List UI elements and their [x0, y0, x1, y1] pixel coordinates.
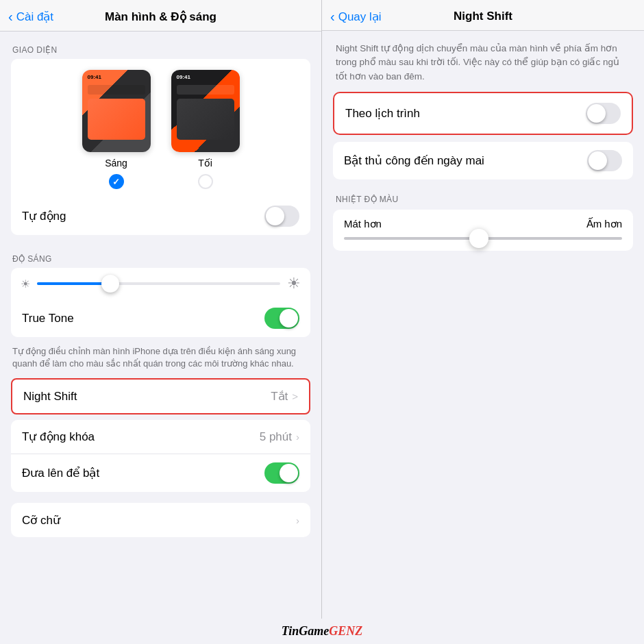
bat-thu-cong-row: Bật thủ công đến ngày mai — [333, 142, 633, 179]
co-chu-chevron-icon: › — [296, 515, 299, 526]
tu-dong-label: Tự động — [22, 209, 264, 223]
temp-label-warm: Ấm hơn — [586, 218, 622, 230]
theme-label-sang: Sáng — [105, 158, 127, 169]
theme-label-toi: Tối — [198, 158, 212, 169]
color-temp-slider[interactable] — [344, 237, 622, 240]
raise-to-wake-knob — [280, 464, 298, 482]
brightness-slider-track[interactable] — [37, 282, 280, 285]
theo-lich-trinh-knob — [587, 104, 606, 123]
theme-preview-sang: 09:41 — [82, 70, 151, 152]
bat-thu-cong-label: Bật thủ công đến ngày mai — [344, 153, 587, 168]
status-bar-toi: 09:41 — [177, 74, 234, 80]
theo-lich-trinh-label: Theo lịch trình — [345, 106, 586, 121]
auto-lock-row[interactable]: Tự động khóa 5 phút › — [11, 420, 310, 454]
right-chevron-icon: ‹ — [330, 9, 335, 25]
theo-lich-trinh-toggle[interactable] — [586, 103, 621, 124]
temp-label-cool: Mát hơn — [344, 218, 382, 230]
co-chu-row[interactable]: Cỡ chữ › — [11, 503, 310, 537]
bat-thu-cong-group: Bật thủ công đến ngày mai — [333, 142, 633, 179]
theme-container: 09:41 Sáng 09:41 — [11, 59, 310, 197]
theme-item-toi[interactable]: 09:41 Tối — [171, 70, 240, 189]
do-sang-header: ĐỘ SÁNG — [0, 240, 321, 268]
left-back-label: Cài đặt — [16, 10, 53, 24]
raise-to-wake-row: Đưa lên để bật — [11, 454, 310, 492]
giao-dien-group: 09:41 Sáng 09:41 — [11, 59, 310, 235]
right-panel: ‹ Quay lại Night Shift Night Shift tự độ… — [322, 0, 644, 619]
color-temp-section: NHIỆT ĐỘ MÀU Mát hơn Ấm hơn — [333, 185, 633, 251]
color-temp-header: NHIỆT ĐỘ MÀU — [333, 185, 633, 210]
night-shift-label: Night Shift — [23, 390, 271, 404]
theme-radio-sang[interactable] — [109, 174, 124, 189]
theme-item-sang[interactable]: 09:41 Sáng — [82, 70, 151, 189]
color-temp-labels: Mát hơn Ấm hơn — [344, 218, 622, 230]
left-nav-title: Màn hình & Độ sáng — [105, 10, 216, 24]
raise-to-wake-label: Đưa lên để bật — [22, 466, 264, 480]
auto-lock-label: Tự động khóa — [22, 430, 260, 444]
watermark: TinGameGENZ — [0, 619, 644, 644]
theme-radio-toi[interactable] — [198, 174, 213, 189]
co-chu-label: Cỡ chữ — [22, 513, 296, 528]
true-tone-row: True Tone — [11, 299, 310, 337]
color-temp-thumb[interactable] — [469, 229, 488, 248]
co-chu-group: Cỡ chữ › — [11, 503, 310, 537]
auto-lock-chevron-icon: › — [296, 431, 299, 443]
night-shift-value: Tắt — [271, 389, 288, 404]
right-back-label: Quay lại — [338, 10, 382, 24]
auto-lock-value: 5 phút — [260, 430, 292, 444]
giao-dien-header: GIAO DIỆN — [0, 32, 321, 59]
left-panel: ‹ Cài đặt Màn hình & Độ sáng GIAO DIỆN 0… — [0, 0, 322, 619]
brightness-fill — [37, 282, 110, 285]
right-nav-title: Night Shift — [454, 10, 512, 23]
status-time-toi: 09:41 — [177, 74, 190, 80]
brightness-thumb[interactable] — [101, 275, 119, 293]
theme-preview-toi: 09:41 — [171, 70, 240, 152]
color-temp-group: Mát hơn Ấm hơn — [333, 210, 633, 251]
status-time-sang: 09:41 — [88, 74, 101, 80]
status-bar-sang: 09:41 — [88, 74, 145, 80]
brightness-row: ☀ ☀ — [11, 268, 310, 299]
left-chevron-icon: ‹ — [8, 9, 13, 25]
watermark-part2: GENZ — [329, 624, 362, 638]
true-tone-description: Tự động điều chỉnh màn hình iPhone dựa t… — [0, 343, 321, 378]
true-tone-toggle[interactable] — [264, 308, 299, 329]
tu-dong-row: Tự động — [11, 197, 310, 235]
left-nav-bar: ‹ Cài đặt Màn hình & Độ sáng — [0, 0, 321, 32]
raise-to-wake-toggle[interactable] — [264, 462, 299, 484]
do-sang-group: ☀ ☀ True Tone — [11, 268, 310, 337]
true-tone-knob — [280, 309, 298, 327]
watermark-part1: TinGame — [282, 624, 329, 638]
night-shift-row[interactable]: Night Shift Tắt > — [11, 378, 310, 414]
tu-dong-toggle[interactable] — [264, 206, 299, 227]
right-nav-bar: ‹ Quay lại Night Shift — [322, 0, 644, 31]
true-tone-label: True Tone — [22, 312, 264, 325]
sun-large-icon: ☀ — [287, 275, 301, 293]
tu-dong-knob — [266, 207, 284, 225]
bat-thu-cong-knob — [589, 151, 607, 170]
left-back-button[interactable]: ‹ Cài đặt — [8, 9, 53, 25]
right-back-button[interactable]: ‹ Quay lại — [330, 9, 382, 25]
theo-lich-trinh-row[interactable]: Theo lịch trình — [333, 92, 633, 135]
night-shift-description: Night Shift tự động dịch chuyển màu của … — [322, 31, 644, 92]
misc-settings-group: Tự động khóa 5 phút › Đưa lên để bật — [11, 420, 310, 492]
night-shift-chevron-icon: > — [292, 391, 298, 402]
bat-thu-cong-toggle[interactable] — [587, 150, 622, 171]
sun-small-icon: ☀ — [21, 277, 30, 290]
